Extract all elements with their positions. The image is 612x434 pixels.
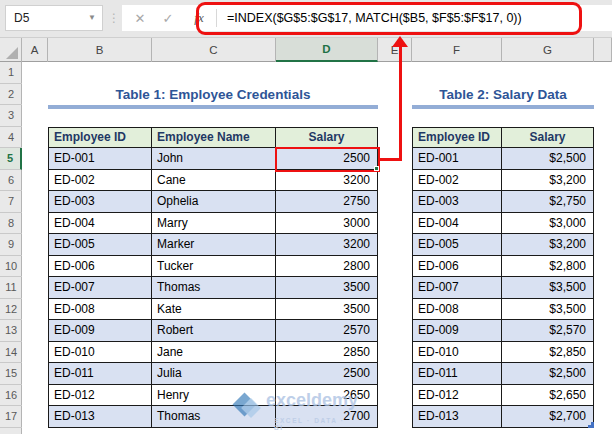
name-box-dropdown-icon[interactable]: ▼ xyxy=(88,13,96,22)
row-header-11[interactable]: 11 xyxy=(0,277,22,299)
table1-cell[interactable]: Cane xyxy=(152,170,276,192)
table2-cell[interactable]: ED-004 xyxy=(412,213,502,235)
table2-cell[interactable]: $3,500 xyxy=(502,299,594,321)
row-header-17[interactable]: 17 xyxy=(0,406,22,428)
table1-cell[interactable]: Kate xyxy=(152,299,276,321)
fill-handle[interactable] xyxy=(374,166,379,171)
column-header-F[interactable]: F xyxy=(412,38,502,62)
column-header-C[interactable]: C xyxy=(152,38,276,62)
table1-cell[interactable]: Thomas xyxy=(152,406,276,428)
table2-cell[interactable]: $3,200 xyxy=(502,170,594,192)
row-header-3[interactable]: 3 xyxy=(0,105,22,127)
table1-cell[interactable]: 3200 xyxy=(276,234,378,256)
column-header-D[interactable]: D xyxy=(276,38,378,62)
table1-cell[interactable]: ED-010 xyxy=(48,342,152,364)
table2-cell[interactable]: ED-010 xyxy=(412,342,502,364)
table1-cell[interactable]: Salary xyxy=(276,127,378,149)
row-header-14[interactable]: 14 xyxy=(0,342,22,364)
table2-cell[interactable]: $2,750 xyxy=(502,191,594,213)
table2-cell[interactable]: $2,500 xyxy=(502,148,594,170)
table1-cell[interactable]: 3200 xyxy=(276,170,378,192)
table1-cell[interactable]: Robert xyxy=(152,320,276,342)
table1-cell[interactable]: ED-001 xyxy=(48,148,152,170)
table1-cell[interactable]: ED-007 xyxy=(48,277,152,299)
row-header-7[interactable]: 7 xyxy=(0,191,22,213)
row-header-15[interactable]: 15 xyxy=(0,363,22,385)
table2-title[interactable]: Table 2: Salary Data xyxy=(412,84,594,106)
column-header-partial[interactable] xyxy=(594,38,612,62)
table1-cell[interactable]: ED-005 xyxy=(48,234,152,256)
insert-function-icon[interactable]: fx xyxy=(182,10,216,26)
table2-cell[interactable]: $2,500 xyxy=(502,363,594,385)
row-header-8[interactable]: 8 xyxy=(0,213,22,235)
table1-cell[interactable]: 2570 xyxy=(276,320,378,342)
table1-cell[interactable]: Thomas xyxy=(152,277,276,299)
table1-cell[interactable]: Employee Name xyxy=(152,127,276,149)
name-box[interactable]: D5 ▼ xyxy=(5,5,103,31)
formula-input[interactable]: =INDEX($G$5:$G$17, MATCH($B5, $F$5:$F$17… xyxy=(227,11,522,25)
select-all-corner[interactable] xyxy=(0,38,22,62)
table2-cell[interactable]: ED-007 xyxy=(412,277,502,299)
table2-cell[interactable]: $2,650 xyxy=(502,385,594,407)
row-header-6[interactable]: 6 xyxy=(0,170,22,192)
table1-cell[interactable]: ED-006 xyxy=(48,256,152,278)
table1-cell[interactable]: Julia xyxy=(152,363,276,385)
table2-cell[interactable]: $3,200 xyxy=(502,234,594,256)
table1-cell[interactable]: 2750 xyxy=(276,191,378,213)
table1-cell[interactable]: 2850 xyxy=(276,342,378,364)
table1-cell[interactable]: Marry xyxy=(152,213,276,235)
row-header-10[interactable]: 10 xyxy=(0,256,22,278)
table2-cell[interactable]: ED-011 xyxy=(412,363,502,385)
table1-cell[interactable]: ED-004 xyxy=(48,213,152,235)
table1-cell[interactable]: 2800 xyxy=(276,256,378,278)
table1-cell[interactable]: 3500 xyxy=(276,299,378,321)
table1-cell[interactable]: 3000 xyxy=(276,213,378,235)
table2-cell[interactable]: ED-006 xyxy=(412,256,502,278)
table2-cell[interactable]: $2,700 xyxy=(502,406,594,428)
table2-cell[interactable]: $3,500 xyxy=(502,277,594,299)
table1-cell[interactable]: Tucker xyxy=(152,256,276,278)
table2-cell[interactable]: ED-009 xyxy=(412,320,502,342)
table2-cell[interactable]: ED-012 xyxy=(412,385,502,407)
table1-cell[interactable]: ED-009 xyxy=(48,320,152,342)
table1-cell[interactable]: 2500 xyxy=(276,148,378,170)
table2-cell[interactable]: ED-008 xyxy=(412,299,502,321)
table1-cell[interactable]: 2650 xyxy=(276,385,378,407)
enter-icon[interactable]: ✓ xyxy=(154,11,182,26)
column-header-B[interactable]: B xyxy=(48,38,152,62)
table1-cell[interactable]: ED-002 xyxy=(48,170,152,192)
table1-cell[interactable]: 3500 xyxy=(276,277,378,299)
row-header-4[interactable]: 4 xyxy=(0,127,22,149)
table1-cell[interactable]: ED-012 xyxy=(48,385,152,407)
table2-cell[interactable]: ED-003 xyxy=(412,191,502,213)
row-header-2[interactable]: 2 xyxy=(0,84,22,106)
table1-cell[interactable]: ED-013 xyxy=(48,406,152,428)
row-header-9[interactable]: 9 xyxy=(0,234,22,256)
table2-cell[interactable]: ED-001 xyxy=(412,148,502,170)
column-header-A[interactable]: A xyxy=(22,38,48,62)
column-header-G[interactable]: G xyxy=(502,38,594,62)
table1-cell[interactable]: Henry xyxy=(152,385,276,407)
table2-cell[interactable]: ED-013 xyxy=(412,406,502,428)
table1-cell[interactable]: 2700 xyxy=(276,406,378,428)
row-header-1[interactable]: 1 xyxy=(0,62,22,84)
table1-cell[interactable]: 2500 xyxy=(276,363,378,385)
row-header-5[interactable]: 5 xyxy=(0,148,22,170)
table1-cell[interactable]: Jane xyxy=(152,342,276,364)
table1-cell[interactable]: Employee ID xyxy=(48,127,152,149)
cancel-icon[interactable]: ✕ xyxy=(126,11,154,26)
table1-cell[interactable]: ED-008 xyxy=(48,299,152,321)
table2-cell[interactable]: $2,850 xyxy=(502,342,594,364)
table1-cell[interactable]: ED-003 xyxy=(48,191,152,213)
table1-cell[interactable]: Marker xyxy=(152,234,276,256)
table2-cell[interactable]: Salary xyxy=(502,127,594,149)
table2-cell[interactable]: ED-002 xyxy=(412,170,502,192)
table1-cell[interactable]: John xyxy=(152,148,276,170)
table2-cell[interactable]: $2,800 xyxy=(502,256,594,278)
table2-cell[interactable]: $3,000 xyxy=(502,213,594,235)
table1-title[interactable]: Table 1: Employee Credentials xyxy=(48,84,378,106)
table1-cell[interactable]: ED-011 xyxy=(48,363,152,385)
row-header-12[interactable]: 12 xyxy=(0,299,22,321)
row-header-13[interactable]: 13 xyxy=(0,320,22,342)
table1-cell[interactable]: Ophelia xyxy=(152,191,276,213)
